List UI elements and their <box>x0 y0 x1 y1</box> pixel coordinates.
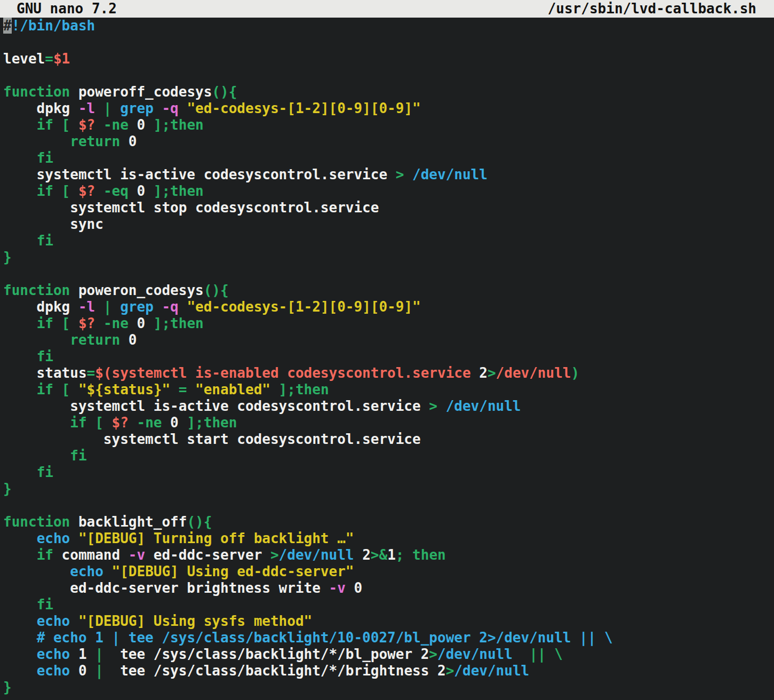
code-token: level <box>3 51 45 67</box>
code-line[interactable]: sync <box>3 216 774 233</box>
code-token: 1 <box>70 646 95 662</box>
code-line[interactable] <box>3 497 774 514</box>
code-token: return <box>70 133 120 149</box>
code-token <box>70 530 78 546</box>
code-line[interactable]: if [ "${status}" = "enabled" ];then <box>3 381 774 398</box>
code-line[interactable]: return 0 <box>3 332 774 348</box>
code-token <box>170 381 179 397</box>
cursor: # <box>3 18 12 34</box>
code-token: -q <box>162 100 178 116</box>
code-line[interactable]: systemctl stop codesyscontrol.service <box>3 200 774 216</box>
code-token <box>95 100 103 116</box>
code-line[interactable]: echo 0 | tee /sys/class/backlight/*/brig… <box>3 663 774 679</box>
code-line[interactable]: fi <box>3 448 774 464</box>
code-line[interactable]: if command -v ed-ddc-server >/dev/null 2… <box>3 547 774 563</box>
code-line[interactable]: fi <box>3 464 774 481</box>
code-token: -l <box>78 299 95 315</box>
code-token <box>103 563 112 579</box>
code-token <box>3 150 37 166</box>
code-token: systemctl start codesyscontrol.service <box>3 431 421 447</box>
code-line[interactable]: dpkg -l | grep -q "ed-codesys-[1-2][0-9]… <box>3 299 774 315</box>
nano-titlebar: GNU nano 7.2 /usr/sbin/lvd-callback.sh <box>0 0 774 18</box>
code-token: fi <box>37 348 53 364</box>
file-path: /usr/sbin/lvd-callback.sh <box>548 0 756 18</box>
code-token: $(systemctl is-enabled codesyscontrol.se… <box>95 365 479 381</box>
code-token: $? <box>112 415 129 431</box>
code-token: poweroff_codesys <box>70 84 212 100</box>
code-line[interactable]: fi <box>3 348 774 365</box>
code-token: $? <box>78 183 95 199</box>
code-token <box>129 415 137 431</box>
code-line[interactable]: return 0 <box>3 133 774 150</box>
code-line[interactable]: ed-ddc-server brightness write -v 0 <box>3 580 774 596</box>
code-token: fi <box>37 596 53 612</box>
code-line[interactable]: fi <box>3 233 774 249</box>
code-token: echo <box>70 563 103 579</box>
code-line[interactable]: # echo 1 | tee /sys/class/backlight/10-0… <box>3 630 774 646</box>
code-token: $1 <box>53 51 70 67</box>
code-token: -v <box>129 547 145 563</box>
code-line[interactable]: status=$(systemctl is-enabled codesyscon… <box>3 365 774 381</box>
editor-buffer[interactable]: #!/bin/bashlevel=$1function poweroff_cod… <box>0 18 774 696</box>
code-token <box>187 381 195 397</box>
code-token: 0 <box>129 315 154 331</box>
code-line[interactable]: #!/bin/bash <box>3 18 774 34</box>
code-token: -ne <box>103 117 129 133</box>
code-line[interactable]: echo "[DEBUG] Turning off backlight …" <box>3 530 774 547</box>
code-line[interactable]: if [ $? -ne 0 ];then <box>3 415 774 431</box>
code-line[interactable]: if [ $? -ne 0 ];then <box>3 117 774 133</box>
code-line[interactable]: } <box>3 481 774 497</box>
code-token: grep <box>120 299 154 315</box>
code-token <box>437 398 446 414</box>
code-token: 0 <box>120 133 137 149</box>
code-token: then <box>412 547 446 563</box>
code-token: systemctl stop codesyscontrol.service <box>3 200 379 216</box>
code-line[interactable]: systemctl start codesyscontrol.service <box>3 431 774 448</box>
code-line[interactable] <box>3 34 774 51</box>
code-token <box>179 100 187 116</box>
code-line[interactable]: function poweron_codesys(){ <box>3 282 774 299</box>
code-line[interactable]: } <box>3 679 774 696</box>
code-line[interactable]: fi <box>3 596 774 613</box>
code-token: > <box>446 663 454 679</box>
code-token: -q <box>162 299 178 315</box>
code-line[interactable]: function poweroff_codesys(){ <box>3 84 774 100</box>
code-token: (){ <box>187 514 212 530</box>
code-token: > <box>488 365 496 381</box>
code-token: ; <box>396 547 404 563</box>
code-token: !/bin/bash <box>12 18 95 34</box>
code-token: -v <box>329 580 345 596</box>
code-line[interactable]: } <box>3 249 774 266</box>
code-line[interactable]: if [ $? -eq 0 ];then <box>3 183 774 200</box>
code-line[interactable]: systemctl is-active codesyscontrol.servi… <box>3 398 774 415</box>
code-token <box>3 315 37 331</box>
code-token: > <box>429 646 437 662</box>
app-title: GNU nano 7.2 <box>17 0 117 18</box>
code-line[interactable]: echo "[DEBUG] Using ed-ddc-server" <box>3 563 774 580</box>
code-line[interactable]: level=$1 <box>3 51 774 67</box>
code-token <box>3 332 70 348</box>
code-line[interactable]: echo 1 | tee /sys/class/backlight/*/bl_p… <box>3 646 774 663</box>
code-line[interactable] <box>3 67 774 84</box>
code-token <box>3 133 70 149</box>
code-token <box>3 596 37 612</box>
code-line[interactable]: dpkg -l | grep -q "ed-codesys-[1-2][0-9]… <box>3 100 774 117</box>
code-line[interactable]: function backlight_off(){ <box>3 514 774 530</box>
code-line[interactable]: if [ $? -ne 0 ];then <box>3 315 774 332</box>
code-token: backlight_off <box>70 514 187 530</box>
code-line[interactable]: systemctl is-active codesyscontrol.servi… <box>3 166 774 183</box>
code-token <box>3 348 37 364</box>
code-token: | <box>103 299 112 315</box>
code-token <box>3 613 37 629</box>
code-token: ];then <box>154 183 204 199</box>
code-token: function <box>3 282 70 298</box>
code-token: /dev/null <box>412 166 488 182</box>
code-token: ];then <box>154 315 204 331</box>
code-line[interactable] <box>3 266 774 282</box>
code-token: function <box>3 514 70 530</box>
code-token: } <box>3 249 12 265</box>
code-line[interactable]: fi <box>3 150 774 166</box>
code-token: 1 <box>387 547 396 563</box>
code-token: fi <box>70 448 86 464</box>
code-line[interactable]: echo "[DEBUG] Using sysfs method" <box>3 613 774 630</box>
